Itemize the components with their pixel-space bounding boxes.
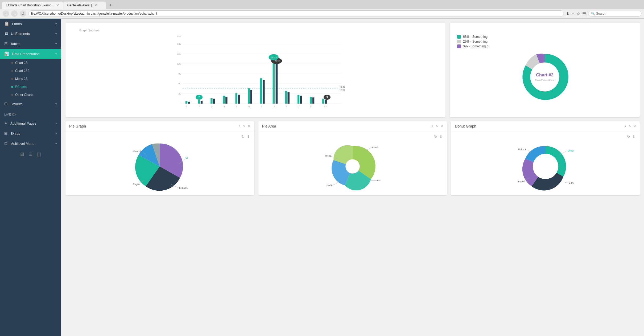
tab-active[interactable]: ECharts Chart Bootstrap Examp... ✕ bbox=[2, 2, 63, 9]
pie-graph-close[interactable]: ✕ bbox=[248, 124, 250, 128]
svg-text:5: 5 bbox=[236, 105, 237, 108]
extras-chevron: ▾ bbox=[55, 132, 57, 135]
donut-graph-download[interactable]: ⬇ bbox=[632, 134, 635, 139]
svg-line-81 bbox=[332, 182, 340, 185]
tab-label-1: ECharts Chart Bootstrap Examp... bbox=[6, 3, 54, 7]
pie-area-collapse[interactable]: ∧ bbox=[431, 124, 434, 128]
additional-pages-chevron: ▾ bbox=[55, 122, 57, 125]
url-input[interactable] bbox=[28, 10, 564, 17]
tables-icon: ⊞ bbox=[4, 41, 8, 46]
pie-graph-refresh[interactable]: ↻ bbox=[241, 134, 245, 139]
menu-icon[interactable]: ☰ bbox=[582, 11, 586, 16]
svg-text:4: 4 bbox=[224, 105, 225, 108]
donut-graph-collapse[interactable]: ∧ bbox=[624, 124, 626, 128]
pie-area-svg: rose1 rose2 rose5 rose6 bbox=[325, 140, 381, 193]
dot-chartjs bbox=[11, 62, 13, 64]
chartjs2-label: Chart JS2 bbox=[15, 69, 29, 73]
ui-elements-icon: 🖥 bbox=[4, 31, 8, 36]
pie-area-edit[interactable]: ✎ bbox=[436, 124, 438, 128]
pie-graph-card: Pie Graph ∧ ✎ ✕ ↻ ⬇ bbox=[65, 121, 254, 195]
refresh-button[interactable]: ↺ bbox=[20, 10, 26, 17]
browser-search-bar[interactable]: 🔍 bbox=[588, 11, 641, 17]
donut-graph-header: Donut Graph ∧ ✎ ✕ bbox=[451, 121, 640, 131]
legend-item-2: 29% - Something bbox=[457, 40, 632, 43]
back-button[interactable]: ← bbox=[3, 10, 9, 17]
svg-point-85 bbox=[533, 154, 558, 179]
forward-button[interactable]: → bbox=[11, 10, 18, 17]
browser-actions: ⬇ ⌂ ☆ ☰ bbox=[566, 11, 586, 16]
sidebar-item-ui-elements[interactable]: 🖥 UI Elements ▾ bbox=[0, 29, 61, 39]
sidebar: 📋 Forms ▾ 🖥 UI Elements ▾ ⊞ Tables ▾ 📊 D… bbox=[0, 19, 61, 336]
sidebar-item-tables[interactable]: ⊞ Tables ▾ bbox=[0, 39, 61, 49]
home-icon[interactable]: ⌂ bbox=[572, 11, 574, 16]
chartjs-label: Chart JS bbox=[15, 61, 28, 65]
tab-add-button[interactable]: + bbox=[106, 2, 114, 9]
morisjs-label: Moris JS bbox=[15, 77, 28, 81]
legend-label-1: 68% - Something bbox=[463, 35, 488, 39]
svg-rect-30 bbox=[235, 93, 237, 104]
sidebar-sub-other-charts[interactable]: Other Charts bbox=[0, 91, 61, 99]
donut-legend: 68% - Something 29% - Something 3% - Som… bbox=[453, 33, 637, 50]
sidebar-sub-morisjs[interactable]: Moris JS bbox=[0, 75, 61, 83]
svg-text:1: 1 bbox=[186, 105, 187, 108]
svg-text:60: 60 bbox=[179, 82, 181, 85]
tab-close-1[interactable]: ✕ bbox=[56, 3, 59, 7]
pie-graph-download[interactable]: ⬇ bbox=[247, 134, 250, 139]
sidebar-item-additional-pages[interactable]: ✦ Additional Pages ▾ bbox=[0, 118, 61, 128]
pie-area-close[interactable]: ✕ bbox=[440, 124, 443, 128]
tables-chevron: ▾ bbox=[55, 42, 57, 46]
sidebar-item-multilevel[interactable]: ⊡ Multilevel Menu ▾ bbox=[0, 138, 61, 149]
donut-graph-edit[interactable]: ✎ bbox=[629, 124, 631, 128]
bar-chart-body: Graph Sub-text 0 30 bbox=[65, 23, 445, 117]
sidebar-sub-chartjs[interactable]: Chart JS bbox=[0, 59, 61, 67]
pie-area-download[interactable]: ⬇ bbox=[439, 134, 443, 139]
donut-graph-title: Donut Graph bbox=[455, 124, 476, 128]
sidebar-sub-echarts[interactable]: ECharts bbox=[0, 83, 61, 91]
svg-text:180: 180 bbox=[177, 43, 181, 45]
extras-icon: ⊞ bbox=[4, 131, 8, 136]
search-icon: 🔍 bbox=[591, 12, 595, 15]
pie-area-refresh[interactable]: ↻ bbox=[434, 134, 437, 139]
svg-text:Chart #2: Chart #2 bbox=[536, 72, 553, 77]
tab-label-2: Gentellela Alela! | bbox=[67, 3, 92, 7]
footer-icon-1[interactable]: ⊞ bbox=[20, 151, 24, 157]
svg-rect-27 bbox=[213, 99, 215, 104]
tab-2[interactable]: Gentellela Alela! | ✕ bbox=[63, 2, 106, 9]
svg-text:10: 10 bbox=[297, 105, 300, 108]
svg-text:Engine: Engine bbox=[518, 180, 525, 183]
forms-icon: 📋 bbox=[4, 21, 9, 26]
main-content: Graph Sub-text 0 30 bbox=[61, 19, 644, 336]
donut-graph-refresh[interactable]: ↻ bbox=[627, 134, 630, 139]
sidebar-item-layouts[interactable]: ⊡ Layouts ▾ bbox=[0, 99, 61, 109]
donut-graph-close[interactable]: ✕ bbox=[633, 124, 636, 128]
svg-text:150: 150 bbox=[177, 52, 181, 55]
svg-text:120: 120 bbox=[177, 63, 181, 65]
browser-chrome: ECharts Chart Bootstrap Examp... ✕ Gente… bbox=[0, 0, 644, 19]
multilevel-chevron: ▾ bbox=[55, 142, 57, 145]
donut-graph-card: Donut Graph ∧ ✎ ✕ ↻ ⬇ bbox=[451, 121, 640, 195]
donut-chart2-body: 68% - Something 29% - Something 3% - Som… bbox=[450, 23, 640, 113]
sidebar-item-data-presentation[interactable]: 📊 Data Presentation ▾ bbox=[0, 49, 61, 59]
donut-chart2-svg: Chart #2 From Excel-Home bbox=[518, 50, 571, 104]
svg-text:2: 2 bbox=[199, 105, 200, 108]
pie-area-card: Pie Area ∧ ✎ ✕ ↻ ⬇ bbox=[258, 121, 447, 195]
pie-graph-collapse[interactable]: ∧ bbox=[238, 124, 241, 128]
pie-graph-edit[interactable]: ✎ bbox=[243, 124, 246, 128]
layouts-chevron: ▾ bbox=[55, 102, 57, 106]
pie-graph-actions: ∧ ✎ ✕ bbox=[238, 124, 250, 128]
browser-search-input[interactable] bbox=[596, 12, 633, 15]
sidebar-sub-chartjs2[interactable]: Chart JS2 bbox=[0, 67, 61, 75]
sidebar-item-forms[interactable]: 📋 Forms ▾ bbox=[0, 19, 61, 29]
star-icon[interactable]: ☆ bbox=[576, 11, 580, 16]
tab-close-2[interactable]: ✕ bbox=[94, 3, 97, 7]
sidebar-item-extras[interactable]: ⊞ Extras ▾ bbox=[0, 128, 61, 138]
echarts-label: ECharts bbox=[15, 85, 27, 89]
svg-rect-49 bbox=[310, 97, 312, 104]
svg-text:90: 90 bbox=[179, 72, 181, 75]
footer-icon-2[interactable]: ⊟ bbox=[28, 151, 32, 157]
svg-text:9: 9 bbox=[286, 105, 287, 108]
donut-graph-tools: ↻ ⬇ bbox=[453, 133, 638, 140]
download-icon[interactable]: ⬇ bbox=[566, 11, 569, 16]
legend-color-1 bbox=[457, 35, 461, 39]
footer-icon-3[interactable]: ◫ bbox=[37, 151, 41, 157]
